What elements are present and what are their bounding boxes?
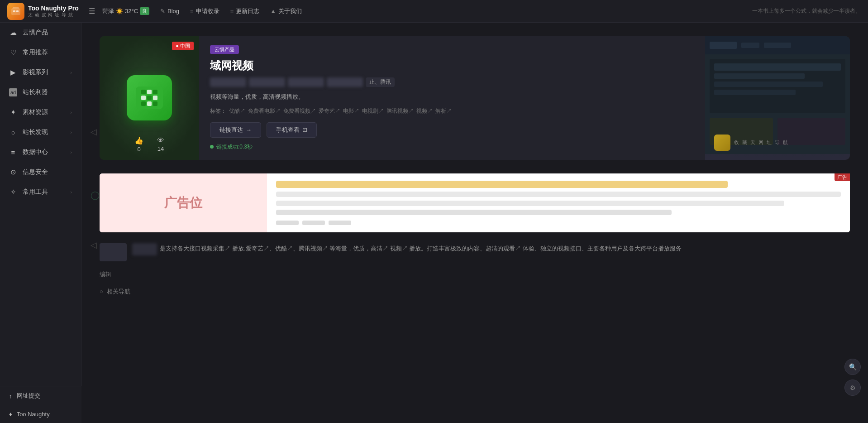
submit-icon: ↑ [9, 393, 12, 399]
sidebar-item-video[interactable]: ▶ 影视系列 › [0, 62, 81, 82]
security-icon: ⊙ [9, 168, 17, 176]
preview-overlay: 收 藏 天 网 址 导 航 [714, 135, 789, 151]
svg-rect-10 [714, 73, 805, 79]
chevron-right-icon-5: › [70, 189, 72, 195]
nav-blog[interactable]: ✎ Blog [160, 8, 179, 14]
apply-icon: ≡ [190, 8, 194, 14]
tag-free-movie[interactable]: 免费看电影↗ [248, 107, 281, 115]
nav-about-label: 关于我们 [278, 7, 302, 15]
data-icon: ≡ [9, 148, 17, 156]
tag-video[interactable]: 视频↗ [416, 107, 433, 115]
sidebar-discover-label: 站长发现 [23, 128, 48, 136]
nav-blog-label: Blog [167, 8, 179, 14]
edit-label[interactable]: 编辑 [100, 271, 111, 278]
category-badge: 云惧产品 [210, 45, 239, 54]
sidebar-too-naughty[interactable]: ♦ Too Naughty [0, 405, 81, 423]
too-naughty-icon: ♦ [9, 411, 12, 418]
chevron-right-icon-2: › [70, 110, 72, 115]
view-count: 👁 14 [157, 136, 164, 153]
air-quality-badge: 良 [140, 7, 149, 15]
search-button[interactable]: 🔍 [844, 359, 861, 375]
svg-rect-5 [710, 42, 737, 49]
sidebar-item-tools[interactable]: ✧ 常用工具 › [0, 182, 81, 202]
header-nav: 菏泽 ☀️ 32°C 良 ✎ Blog ≡ 申请收录 ≡ 更新日志 ▲ 关于我们 [102, 7, 752, 15]
preview-site-icon [714, 135, 730, 151]
chevron-right-icon-3: › [70, 130, 72, 135]
mobile-icon: ⊡ [302, 126, 307, 133]
ad-tag-2 [302, 221, 325, 225]
sidebar-bottom: ↑ 网址提交 ♦ Too Naughty [0, 386, 81, 423]
logo-area: Too Naughty Pro 太 顽 皮 网 址 导 航 [7, 3, 89, 20]
arrow-icon: → [246, 126, 252, 133]
meta-tag-2 [249, 77, 285, 87]
nav-changelog-label: 更新日志 [236, 7, 259, 15]
tag-tv[interactable]: 电视剧↗ [362, 107, 384, 115]
fixed-right-buttons: 🔍 ⚙ [844, 359, 861, 396]
too-naughty-label: Too Naughty [17, 411, 50, 418]
settings-button[interactable]: ⚙ [844, 380, 861, 396]
meta-tag-3 [288, 77, 324, 87]
header: Too Naughty Pro 太 顽 皮 网 址 导 航 ☰ 菏泽 ☀️ 32… [0, 0, 868, 23]
related-nav-header: ○ 相关导航 [100, 288, 850, 296]
sidebar-assets-label: 素材资源 [23, 108, 48, 116]
blog-icon: ✎ [160, 8, 165, 14]
site-card: ● 中国 👍 0 👁 14 云惧产品 域网视频 止 [100, 36, 850, 160]
ad-placeholder-left[interactable]: 广告位 [100, 173, 267, 232]
ad-tag-3 [329, 221, 351, 225]
card-info: 云惧产品 域网视频 止、腾讯 视频等海量，优质，高清视频播放。 标签： 优酷↗ … [199, 36, 705, 160]
mobile-view-button[interactable]: 手机查看 ⊡ [267, 122, 317, 138]
chevron-right-icon-4: › [70, 149, 72, 155]
nav-about[interactable]: ▲ 关于我们 [270, 7, 302, 15]
sidebar-item-security[interactable]: ⊙ 信息安全 [0, 162, 81, 182]
tag-youku[interactable]: 优酷↗ [229, 107, 245, 115]
edit-section: 编辑 [100, 270, 850, 279]
sidebar-item-assets[interactable]: ✦ 素材资源 › [0, 102, 81, 122]
sidebar-cloud-label: 云惧产品 [23, 29, 48, 37]
nav-apply[interactable]: ≡ 申请收录 [190, 7, 219, 15]
sidebar-video-label: 影视系列 [23, 68, 48, 77]
sidebar-item-webmaster-tools[interactable]: ad 站长利器 [0, 82, 81, 102]
status-dot [210, 145, 214, 149]
svg-rect-0 [11, 9, 20, 15]
tag-free-video[interactable]: 免费看视频↗ [283, 107, 316, 115]
tag-movie[interactable]: 电影↗ [343, 107, 359, 115]
changelog-icon: ≡ [230, 8, 234, 14]
nav-apply-label: 申请收录 [196, 7, 219, 15]
like-icon: 👍 [134, 136, 143, 145]
logo-text-block: Too Naughty Pro 太 顽 皮 网 址 导 航 [28, 5, 79, 18]
about-icon: ▲ [270, 8, 276, 14]
search-icon: 🔍 [849, 363, 857, 370]
weather-icon: ☀️ [116, 8, 123, 14]
sidebar-item-recommend[interactable]: ♡ 常用推荐 [0, 43, 81, 62]
tag-tengxun-video[interactable]: 腾讯视频↗ [386, 107, 414, 115]
view-number: 14 [157, 145, 164, 152]
sidebar-submit-url[interactable]: ↑ 网址提交 [0, 386, 81, 405]
view-icon: 👁 [157, 136, 164, 144]
ad-container: 广告位 [100, 173, 850, 232]
desc-site-name [132, 243, 157, 255]
ad-bar-line1 [276, 192, 841, 197]
ad-section: 广告 广告位 [100, 173, 850, 232]
main-content: ● 中国 👍 0 👁 14 云惧产品 域网视频 止 [81, 23, 868, 423]
menu-toggle-button[interactable]: ☰ [89, 7, 95, 15]
nav-changelog[interactable]: ≡ 更新日志 [230, 7, 260, 15]
like-number: 0 [137, 146, 140, 153]
sidebar-item-discover[interactable]: ○ 站长发现 › [0, 122, 81, 142]
tag-parse[interactable]: 解析↗ [435, 107, 452, 115]
sidebar-security-label: 信息安全 [23, 168, 48, 176]
recommend-icon: ♡ [9, 48, 17, 57]
tag-iqiyi[interactable]: 爱奇艺↗ [319, 107, 340, 115]
card-description: 视频等海量，优质，高清视频播放。 [210, 92, 694, 102]
svg-rect-12 [714, 90, 796, 95]
sidebar-tools-label: 站长利器 [23, 88, 48, 96]
svg-rect-1 [13, 10, 15, 12]
ad-tags-row [276, 221, 841, 225]
card-title: 域网视频 [210, 58, 694, 73]
country-badge: ● 中国 [172, 42, 194, 50]
preview-nav-text: 收 藏 天 网 址 导 航 [734, 139, 789, 146]
sidebar-item-data[interactable]: ≡ 数据中心 › [0, 142, 81, 162]
sidebar-item-cloud[interactable]: ☁ 云惧产品 [0, 23, 81, 43]
ad-content-right [267, 173, 850, 232]
link-direct-button[interactable]: 链接直达 → [210, 122, 261, 138]
video-icon: ▶ [9, 68, 17, 77]
